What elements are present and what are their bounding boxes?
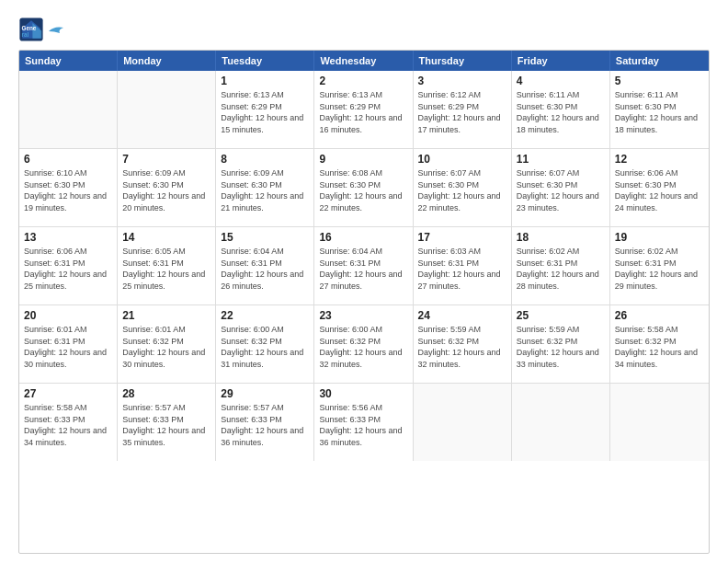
day-info: Sunrise: 6:13 AMSunset: 6:29 PMDaylight:… <box>319 89 407 135</box>
calendar-day-23: 23Sunrise: 6:00 AMSunset: 6:32 PMDayligh… <box>314 305 413 383</box>
day-info: Sunrise: 6:07 AMSunset: 6:30 PMDaylight:… <box>418 167 506 213</box>
page: Gene ral SundayMondayTuesdayWednesdayThu… <box>0 0 728 563</box>
day-number: 18 <box>517 231 605 244</box>
day-number: 2 <box>319 75 407 87</box>
header-day-tuesday: Tuesday <box>216 51 314 71</box>
header: Gene ral <box>18 17 710 42</box>
day-number: 6 <box>24 153 112 166</box>
calendar-day-9: 9Sunrise: 6:08 AMSunset: 6:30 PMDaylight… <box>314 149 413 226</box>
day-number: 9 <box>319 153 407 166</box>
day-number: 4 <box>517 75 605 87</box>
logo-icon: Gene ral <box>18 17 44 42</box>
day-info: Sunrise: 6:07 AMSunset: 6:30 PMDaylight:… <box>517 167 605 213</box>
calendar-day-13: 13Sunrise: 6:06 AMSunset: 6:31 PMDayligh… <box>19 227 118 304</box>
day-number: 29 <box>221 387 309 400</box>
calendar-week-3: 13Sunrise: 6:06 AMSunset: 6:31 PMDayligh… <box>19 227 709 305</box>
day-info: Sunrise: 6:01 AMSunset: 6:32 PMDaylight:… <box>122 324 210 370</box>
calendar-day-17: 17Sunrise: 6:03 AMSunset: 6:31 PMDayligh… <box>414 227 512 304</box>
calendar-day-empty <box>118 71 216 148</box>
day-number: 26 <box>615 309 704 322</box>
calendar-week-5: 27Sunrise: 5:58 AMSunset: 6:33 PMDayligh… <box>19 384 709 461</box>
calendar-day-empty <box>414 384 512 461</box>
day-info: Sunrise: 5:59 AMSunset: 6:32 PMDaylight:… <box>517 324 605 370</box>
calendar-day-empty <box>19 71 118 148</box>
day-info: Sunrise: 5:58 AMSunset: 6:32 PMDaylight:… <box>615 324 704 370</box>
logo-bird-icon <box>47 24 65 39</box>
day-number: 23 <box>319 309 407 322</box>
day-number: 3 <box>418 75 506 87</box>
header-day-monday: Monday <box>118 51 216 71</box>
calendar-day-11: 11Sunrise: 6:07 AMSunset: 6:30 PMDayligh… <box>512 149 610 226</box>
day-info: Sunrise: 6:06 AMSunset: 6:31 PMDaylight:… <box>24 246 112 292</box>
day-info: Sunrise: 6:02 AMSunset: 6:31 PMDaylight:… <box>517 246 605 292</box>
day-info: Sunrise: 5:57 AMSunset: 6:33 PMDaylight:… <box>221 402 309 448</box>
header-day-friday: Friday <box>512 51 610 71</box>
calendar-day-2: 2Sunrise: 6:13 AMSunset: 6:29 PMDaylight… <box>314 71 413 148</box>
calendar-day-1: 1Sunrise: 6:13 AMSunset: 6:29 PMDaylight… <box>216 71 314 148</box>
day-info: Sunrise: 6:01 AMSunset: 6:31 PMDaylight:… <box>24 324 112 370</box>
calendar-day-29: 29Sunrise: 5:57 AMSunset: 6:33 PMDayligh… <box>216 384 314 461</box>
calendar-day-18: 18Sunrise: 6:02 AMSunset: 6:31 PMDayligh… <box>512 227 610 304</box>
day-number: 15 <box>221 231 309 244</box>
header-day-saturday: Saturday <box>610 51 709 71</box>
day-info: Sunrise: 6:00 AMSunset: 6:32 PMDaylight:… <box>319 324 407 370</box>
calendar-day-15: 15Sunrise: 6:04 AMSunset: 6:31 PMDayligh… <box>216 227 314 304</box>
calendar-day-30: 30Sunrise: 5:56 AMSunset: 6:33 PMDayligh… <box>314 384 413 461</box>
day-info: Sunrise: 6:03 AMSunset: 6:31 PMDaylight:… <box>418 246 506 292</box>
svg-text:Gene: Gene <box>22 25 37 31</box>
day-number: 13 <box>24 231 112 244</box>
calendar-day-10: 10Sunrise: 6:07 AMSunset: 6:30 PMDayligh… <box>414 149 512 226</box>
day-number: 28 <box>122 387 210 400</box>
day-info: Sunrise: 5:59 AMSunset: 6:32 PMDaylight:… <box>418 324 506 370</box>
calendar-day-14: 14Sunrise: 6:05 AMSunset: 6:31 PMDayligh… <box>118 227 216 304</box>
day-info: Sunrise: 6:05 AMSunset: 6:31 PMDaylight:… <box>122 246 210 292</box>
day-info: Sunrise: 5:56 AMSunset: 6:33 PMDaylight:… <box>319 402 407 448</box>
calendar-day-empty <box>610 384 709 461</box>
day-info: Sunrise: 5:58 AMSunset: 6:33 PMDaylight:… <box>24 402 112 448</box>
header-day-sunday: Sunday <box>19 51 118 71</box>
day-number: 30 <box>319 387 407 400</box>
svg-text:ral: ral <box>22 31 29 38</box>
calendar-day-19: 19Sunrise: 6:02 AMSunset: 6:31 PMDayligh… <box>610 227 709 304</box>
calendar-day-21: 21Sunrise: 6:01 AMSunset: 6:32 PMDayligh… <box>118 305 216 383</box>
calendar-day-27: 27Sunrise: 5:58 AMSunset: 6:33 PMDayligh… <box>19 384 118 461</box>
day-info: Sunrise: 6:13 AMSunset: 6:29 PMDaylight:… <box>221 89 309 135</box>
calendar-day-empty <box>512 384 610 461</box>
day-number: 5 <box>615 75 704 87</box>
calendar-week-2: 6Sunrise: 6:10 AMSunset: 6:30 PMDaylight… <box>19 149 709 227</box>
calendar-day-28: 28Sunrise: 5:57 AMSunset: 6:33 PMDayligh… <box>118 384 216 461</box>
calendar-day-5: 5Sunrise: 6:11 AMSunset: 6:30 PMDaylight… <box>610 71 709 148</box>
day-number: 25 <box>517 309 605 322</box>
day-info: Sunrise: 6:09 AMSunset: 6:30 PMDaylight:… <box>122 167 210 213</box>
day-number: 21 <box>122 309 210 322</box>
calendar-day-7: 7Sunrise: 6:09 AMSunset: 6:30 PMDaylight… <box>118 149 216 226</box>
header-day-wednesday: Wednesday <box>314 51 413 71</box>
day-info: Sunrise: 6:04 AMSunset: 6:31 PMDaylight:… <box>319 246 407 292</box>
day-number: 7 <box>122 153 210 166</box>
calendar-body: 1Sunrise: 6:13 AMSunset: 6:29 PMDaylight… <box>19 71 709 461</box>
day-number: 27 <box>24 387 112 400</box>
day-info: Sunrise: 6:12 AMSunset: 6:29 PMDaylight:… <box>418 89 506 135</box>
day-info: Sunrise: 5:57 AMSunset: 6:33 PMDaylight:… <box>122 402 210 448</box>
day-number: 8 <box>221 153 309 166</box>
day-info: Sunrise: 6:11 AMSunset: 6:30 PMDaylight:… <box>615 89 704 135</box>
logo: Gene ral <box>18 17 65 42</box>
calendar: SundayMondayTuesdayWednesdayThursdayFrid… <box>18 50 710 554</box>
day-number: 19 <box>615 231 704 244</box>
calendar-day-16: 16Sunrise: 6:04 AMSunset: 6:31 PMDayligh… <box>314 227 413 304</box>
calendar-week-4: 20Sunrise: 6:01 AMSunset: 6:31 PMDayligh… <box>19 305 709 384</box>
calendar-day-4: 4Sunrise: 6:11 AMSunset: 6:30 PMDaylight… <box>512 71 610 148</box>
day-number: 14 <box>122 231 210 244</box>
day-number: 20 <box>24 309 112 322</box>
day-number: 17 <box>418 231 506 244</box>
day-number: 1 <box>221 75 309 87</box>
day-number: 11 <box>517 153 605 166</box>
day-info: Sunrise: 6:04 AMSunset: 6:31 PMDaylight:… <box>221 246 309 292</box>
calendar-day-24: 24Sunrise: 5:59 AMSunset: 6:32 PMDayligh… <box>414 305 512 383</box>
calendar-day-6: 6Sunrise: 6:10 AMSunset: 6:30 PMDaylight… <box>19 149 118 226</box>
calendar-day-25: 25Sunrise: 5:59 AMSunset: 6:32 PMDayligh… <box>512 305 610 383</box>
calendar-day-22: 22Sunrise: 6:00 AMSunset: 6:32 PMDayligh… <box>216 305 314 383</box>
calendar-week-1: 1Sunrise: 6:13 AMSunset: 6:29 PMDaylight… <box>19 71 709 149</box>
header-day-thursday: Thursday <box>414 51 512 71</box>
day-info: Sunrise: 6:08 AMSunset: 6:30 PMDaylight:… <box>319 167 407 213</box>
